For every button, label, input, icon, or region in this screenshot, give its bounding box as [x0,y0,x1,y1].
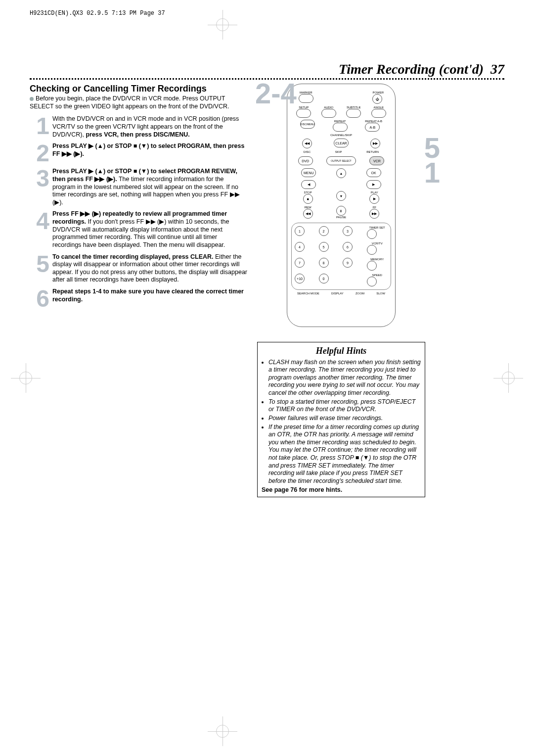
numpad-frame: 123TIMER SET456VCR/TV789MEMORY+100SPEED [291,223,391,290]
intro-text: Before you begin, place the DVD/VCR in V… [30,95,229,110]
btn-right: ▶ [366,180,381,189]
lbl-rew: REW [303,206,313,209]
lbl-return: RETURN [366,150,379,153]
step-body: To cancel the timer recording displayed,… [52,253,247,284]
lbl-display: DISPLAY [331,292,344,295]
numpad-4: 4 [295,242,305,252]
btn-rew: ◀◀ [303,209,313,219]
numpad-5: 5 [319,242,329,252]
step-5: 5To cancel the timer recording displayed… [30,253,247,284]
page-number: 37 [490,61,504,77]
lbl-play: PLAY [369,191,379,194]
lbl-marker: MARKER [299,91,313,94]
hints-list: CLASH may flash on the screen when you f… [268,359,421,485]
left-column: Checking or Cancelling Timer Recordings … [30,84,247,497]
numpad-VCR/TV: VCR/TV [367,242,388,255]
step-number: 4 [30,210,49,249]
btn-vcr: VCR [369,156,384,165]
step-number: 6 [30,288,49,309]
numpad-9: 9 [343,258,353,268]
section-intro: Before you begin, place the DVD/VCR in V… [30,95,247,110]
lbl-slow: SLOW [376,292,385,295]
step-2: 2Press PLAY ▶ (▲) or STOP ■ (▼) to selec… [30,142,247,164]
page-container: H9231CD(EN).QX3 02.9.5 7:13 PM Page 37 T… [30,10,504,497]
btn-skipfwd: ▶▶ [370,139,380,148]
step-body: Press FF ▶▶ (▶) repeatedly to review all… [52,210,247,249]
callout-1: 1 [424,156,440,189]
bullet-icon [30,97,34,101]
chapter-title: Timer Recording (cont'd) 37 [30,61,504,77]
hint-item: If the preset time for a timer recording… [268,424,421,485]
numpad-7: 7 [295,258,305,268]
numpad-3: 3 [343,226,353,236]
step-number: 1 [30,115,49,139]
btn-angle [371,109,386,118]
btn-setup [296,109,311,118]
numpad-SPEED: SPEED [367,274,388,286]
step-body: With the DVD/VCR on and in VCR mode and … [52,115,247,139]
lbl-setup: SETUP [296,106,311,109]
lbl-zoom: ZOOM [356,292,364,295]
btn-clear: CLEAR [334,139,349,147]
lbl-repeat: REPEAT [333,120,348,123]
btn-menu: MENU [301,168,316,177]
step-body: Press PLAY ▶ (▲) or STOP ■ (▼) to select… [52,142,247,164]
right-column: 2-4 5 1 MARKER POWER⏻ SETUP AUDIO SUBTIT… [257,84,425,497]
lbl-repeatab: REPEAT A-B [365,120,382,123]
slugline: H9231CD(EN).QX3 02.9.5 7:13 PM Page 37 [30,10,504,17]
step-6: 6Repeat steps 1-4 to make sure you have … [30,288,247,309]
btn-dvd: DVD [298,156,313,165]
btn-stop: ■ [303,194,313,204]
step-body: Press PLAY ▶ (▲) or STOP ■ (▼) to select… [52,168,247,206]
btn-subtitle [346,109,361,118]
hint-item: To stop a started timer recording, press… [268,398,421,414]
numpad-8: 8 [319,258,329,268]
lbl-ff: FF [369,206,379,209]
btn-left: ◀ [301,180,316,189]
callout-2-4: 2-4 [255,77,297,110]
btn-audio [321,109,336,118]
lbl-power: POWER [372,91,384,94]
step-body: Repeat steps 1-4 to make sure you have c… [52,288,247,309]
numpad-+10: +10 [295,274,305,284]
btn-down: ▼ [336,191,346,201]
remote-illustration: MARKER POWER⏻ SETUP AUDIO SUBTITLE ANGLE… [287,84,396,327]
chapter-title-text: Timer Recording (cont'd) [339,61,484,77]
numpad-1: 1 [295,226,305,236]
lbl-disc: DISC [304,150,311,153]
btn-up: ▲ [336,168,346,178]
btn-skipback: ◀◀ [302,139,312,148]
step-number: 2 [30,142,49,164]
lbl-audio: AUDIO [321,106,336,109]
numpad-2: 2 [319,226,329,236]
numpad-0: 0 [319,274,329,284]
step-number: 3 [30,168,49,206]
hints-title: Helpful Hints [262,345,421,357]
step-3: 3Press PLAY ▶ (▲) or STOP ■ (▼) to selec… [30,168,247,206]
btn-power: ⏻ [372,94,382,104]
lbl-searchmode: SEARCH MODE [297,292,319,295]
numpad-TIMER SET: TIMER SET [367,226,388,239]
hint-item: Power failures will erase timer recordin… [268,415,421,423]
step-4: 4Press FF ▶▶ (▶) repeatedly to review al… [30,210,247,249]
btn-repeatab: A-B [365,123,380,132]
step-number: 5 [30,253,49,284]
section-heading: Checking or Cancelling Timer Recordings [30,84,247,94]
btn-repeat [333,123,348,132]
step-1: 1With the DVD/VCR on and in VCR mode and… [30,115,247,139]
btn-marker [299,94,313,103]
hint-item: CLASH may flash on the screen when you f… [268,359,421,397]
numpad-6: 6 [343,242,353,252]
btn-outputselect: OUTPUT SELECT [326,156,356,165]
lbl-subtitle: SUBTITLE [346,106,361,109]
btn-discmenu: DISC/MENU [300,120,315,129]
hints-footer: See page 76 for more hints. [262,486,421,494]
lbl-angle: ANGLE [371,106,386,109]
btn-pause: ⏸ [336,206,346,216]
lbl-stop: STOP [303,191,313,194]
numpad-MEMORY: MEMORY [367,258,388,271]
btn-ff: ▶▶ [369,209,379,219]
lbl-channelskip: CHANNEL/SKIP [291,134,391,137]
numpad-blank [343,274,364,286]
lbl-skip: SKIP [335,150,342,153]
